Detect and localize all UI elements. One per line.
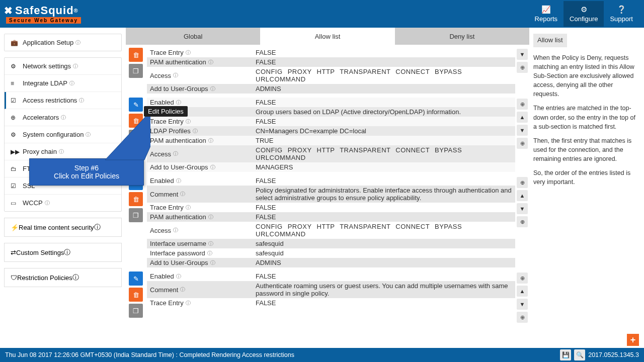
policy-field-label: Enabledⓘ bbox=[147, 176, 253, 186]
help-text: When the Policy is Deny, requests matchi… bbox=[533, 53, 640, 99]
info-icon: ⓘ bbox=[72, 273, 79, 282]
info-icon: ⓘ bbox=[59, 148, 64, 155]
policy-row: Interface passwordⓘsafesquid bbox=[147, 248, 515, 258]
policy-field-value: MANAGERS bbox=[253, 162, 515, 172]
move-up-button[interactable]: ▲ bbox=[517, 286, 528, 297]
policy-row: PAM authenticationⓘFALSE bbox=[147, 57, 515, 67]
info-icon: ⓘ bbox=[86, 131, 91, 138]
policy-field-value: CONFIG PROXY HTTP TRANSPARENT CONNECT BY… bbox=[253, 67, 515, 84]
check-icon: ☑ bbox=[11, 97, 19, 104]
policy-field-label: Accessⓘ bbox=[147, 67, 253, 84]
edit-policy-button[interactable]: ✎ bbox=[129, 272, 143, 286]
search-button[interactable]: 🔍 bbox=[574, 349, 585, 360]
shield-icon: 🛡 bbox=[11, 274, 17, 282]
policy-row: Trace EntryⓘFALSE bbox=[147, 203, 515, 212]
move-down-button[interactable]: ▼ bbox=[517, 203, 528, 214]
policy-row: Trace EntryⓘFALSE bbox=[147, 117, 515, 126]
clone-policy-button[interactable]: ❐ bbox=[129, 304, 143, 318]
chart-icon: 📈 bbox=[541, 5, 551, 14]
move-boundary-button[interactable]: ⊕ bbox=[517, 312, 528, 323]
policy-row: EnabledⓘFALSE bbox=[147, 98, 515, 107]
policy-field-label: PAM authenticationⓘ bbox=[147, 136, 253, 145]
policy-field-label: Trace Entryⓘ bbox=[147, 298, 253, 308]
nav-support[interactable]: ❔ Support bbox=[604, 1, 639, 27]
policy-field-label: Commentⓘ bbox=[147, 281, 253, 298]
add-policy-button[interactable]: + bbox=[627, 334, 639, 346]
policy-block: ✎🗑❐EnabledⓘFALSECommentⓘGroup users base… bbox=[129, 98, 529, 172]
sliders-icon: ⇄ bbox=[11, 249, 16, 256]
status-text: Thu Jun 08 2017 12:26:06 GMT+0530 (India… bbox=[5, 351, 294, 358]
policy-field-label: PAM authenticationⓘ bbox=[147, 212, 253, 222]
policy-row: AccessⓘCONFIG PROXY HTTP TRANSPARENT CON… bbox=[147, 67, 515, 84]
sidebar-item-wccp[interactable]: ▭WCCPⓘ bbox=[5, 195, 121, 211]
info-icon: ⓘ bbox=[94, 223, 101, 232]
clone-policy-button[interactable]: ❐ bbox=[129, 64, 143, 78]
help-panel: Allow list When the Policy is Deny, requ… bbox=[529, 28, 644, 348]
delete-policy-button[interactable]: 🗑 bbox=[129, 192, 143, 206]
move-boundary-button[interactable]: ⊕ bbox=[517, 273, 528, 284]
sidebar-item-network[interactable]: ⚙Network settingsⓘ bbox=[5, 58, 121, 75]
policy-list: 🗑❐Trace EntryⓘFALSEPAM authenticationⓘFA… bbox=[126, 45, 529, 348]
move-up-button[interactable]: ▲ bbox=[517, 112, 528, 123]
move-down-button[interactable]: ▼ bbox=[517, 125, 528, 136]
move-boundary-button[interactable]: ⊕ bbox=[517, 99, 528, 110]
move-down-button[interactable]: ▼ bbox=[517, 299, 528, 310]
sidebar-item-custom[interactable]: ⇄Custom Settingsⓘ bbox=[4, 243, 122, 262]
brand-tagline: Secure Web Gateway bbox=[6, 17, 81, 24]
delete-policy-button[interactable]: 🗑 bbox=[129, 288, 143, 302]
sidebar-item-access[interactable]: ☑Access restrictionsⓘ bbox=[5, 92, 121, 109]
bolt-icon: ⚡ bbox=[11, 224, 19, 231]
brand-name: SafeSquid bbox=[15, 4, 74, 17]
sidebar-item-app-setup[interactable]: 💼Application Setupⓘ bbox=[5, 34, 121, 51]
sidebar-item-ldap[interactable]: ≡Integrate LDAPⓘ bbox=[5, 75, 121, 92]
policy-field-label: Add to User-Groupsⓘ bbox=[147, 162, 253, 172]
policy-field-value: FALSE bbox=[253, 203, 515, 212]
move-boundary-button[interactable]: ⊕ bbox=[517, 138, 528, 149]
sidebar-item-accelerators[interactable]: ⊕Acceleratorsⓘ bbox=[5, 109, 121, 126]
sidebar-item-system[interactable]: ⚙System configurationⓘ bbox=[5, 126, 121, 143]
policy-field-value: Group users based on LDAP (Active direct… bbox=[253, 107, 515, 117]
policy-field-value: FALSE bbox=[253, 272, 515, 281]
build-version: 2017.0525.1345.3 bbox=[588, 351, 639, 358]
move-boundary-button[interactable]: ⊕ bbox=[517, 216, 528, 227]
policy-row: Interface usernameⓘsafesquid bbox=[147, 239, 515, 248]
save-button[interactable]: 💾 bbox=[560, 349, 571, 360]
policy-field-value: FALSE bbox=[253, 117, 515, 126]
sidebar-item-rtcs[interactable]: ⚡Real time content securityⓘ bbox=[4, 218, 122, 237]
move-boundary-button[interactable]: ⊕ bbox=[517, 177, 528, 188]
policy-field-label: Trace Entryⓘ bbox=[147, 117, 253, 126]
clone-policy-button[interactable]: ❐ bbox=[129, 208, 143, 222]
nav-reports[interactable]: 📈 Reports bbox=[529, 1, 564, 27]
policy-field-value: FALSE bbox=[253, 48, 515, 57]
app-header: ✖ SafeSquid ® Secure Web Gateway 📈 Repor… bbox=[0, 0, 644, 28]
move-up-button[interactable]: ▲ bbox=[517, 190, 528, 201]
top-nav: 📈 Reports ⚙ Configure ❔ Support bbox=[529, 1, 639, 27]
policy-field-value: CONFIG PROXY HTTP TRANSPARENT CONNECT BY… bbox=[253, 145, 515, 162]
briefcase-icon: 💼 bbox=[11, 39, 19, 46]
policy-field-label: Accessⓘ bbox=[147, 145, 253, 162]
policy-row: EnabledⓘFALSE bbox=[147, 176, 515, 186]
policy-field-label: LDAP Profilesⓘ bbox=[147, 126, 253, 136]
speed-icon: ⊕ bbox=[11, 114, 19, 121]
delete-policy-button[interactable]: 🗑 bbox=[129, 48, 143, 62]
tab-deny[interactable]: Deny list bbox=[395, 28, 529, 45]
tab-allow[interactable]: Allow list bbox=[260, 28, 394, 45]
policy-row: PAM authenticationⓘFALSE bbox=[147, 212, 515, 222]
policy-field-label: Add to User-Groupsⓘ bbox=[147, 84, 253, 94]
move-down-button[interactable]: ▼ bbox=[517, 49, 528, 60]
policy-field-value: FALSE bbox=[253, 298, 515, 308]
info-icon: ⓘ bbox=[64, 248, 70, 257]
policy-row: EnabledⓘFALSE bbox=[147, 272, 515, 281]
policy-field-value: FALSE bbox=[253, 57, 515, 67]
tab-global[interactable]: Global bbox=[126, 28, 260, 45]
wrench-icon: ✖ bbox=[4, 5, 13, 17]
policy-field-value: safesquid bbox=[253, 239, 515, 248]
status-bar: Thu Jun 08 2017 12:26:06 GMT+0530 (India… bbox=[0, 348, 644, 362]
forward-icon: ▶▶ bbox=[11, 148, 19, 155]
sidebar-item-restriction[interactable]: 🛡Restriction Policiesⓘ bbox=[4, 268, 122, 287]
brand-reg: ® bbox=[74, 8, 78, 14]
move-boundary-button[interactable]: ⊕ bbox=[517, 62, 528, 73]
nav-configure[interactable]: ⚙ Configure bbox=[564, 1, 604, 27]
edit-tooltip: Edit Policies bbox=[144, 106, 188, 117]
sidebar-item-proxy-chain[interactable]: ▶▶Proxy chainⓘ bbox=[5, 143, 121, 160]
